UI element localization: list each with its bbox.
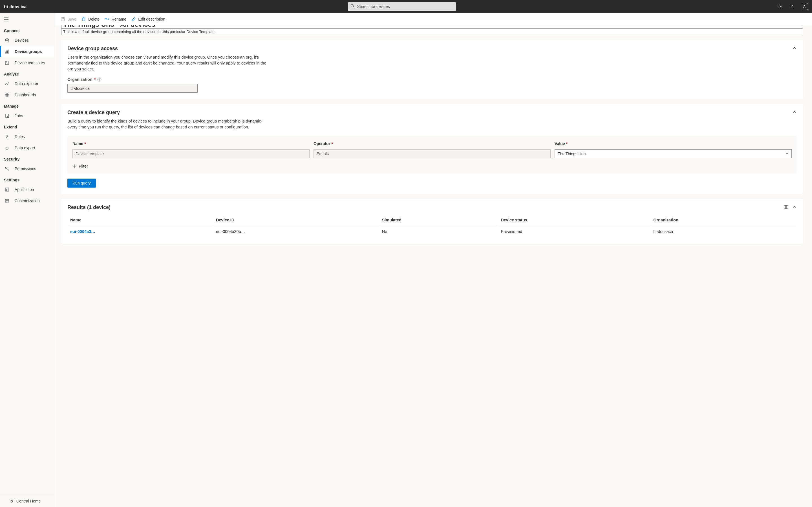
results-title: Results (1 device) (67, 205, 110, 210)
devices-icon (4, 38, 10, 43)
svg-line-1 (353, 7, 355, 8)
info-icon[interactable] (97, 77, 101, 82)
sidebar-item-customization[interactable]: Customization (0, 195, 54, 207)
svg-point-25 (6, 201, 7, 202)
application-icon (4, 187, 10, 192)
query-title: Create a device query (67, 110, 120, 115)
data-export-icon (4, 145, 10, 151)
sidebar-item-jobs[interactable]: Jobs (0, 110, 54, 121)
results-column-header[interactable]: Device status (499, 214, 651, 225)
global-search[interactable] (348, 2, 456, 11)
access-description: Users in the organization you choose can… (67, 54, 270, 72)
sidebar-item-label: Devices (15, 38, 29, 43)
query-value-select[interactable]: The Things Uno (555, 149, 792, 158)
sidebar-item-label: Permissions (15, 166, 36, 171)
required-marker: * (94, 77, 96, 82)
chevron-down-icon (785, 152, 789, 156)
sidebar-item-permissions[interactable]: Permissions (0, 163, 54, 174)
device-name-link[interactable]: eui-0004a3… (70, 229, 95, 234)
collapse-results-icon[interactable] (792, 205, 797, 210)
svg-point-7 (5, 39, 9, 42)
search-input[interactable] (357, 4, 453, 9)
sidebar-item-rules[interactable]: Rules (0, 131, 54, 142)
hamburger-icon[interactable] (0, 15, 54, 25)
svg-rect-16 (5, 95, 7, 97)
edit-description-button[interactable]: Edit description (132, 17, 165, 21)
table-row[interactable]: eui-0004a3…eui-0004a30b…NoProvisionedtti… (68, 226, 796, 237)
sidebar-footer-home[interactable]: IoT Central Home (0, 495, 54, 507)
query-card: Create a device query Build a query to i… (61, 104, 803, 194)
access-card: Device group access Users in the organiz… (61, 40, 803, 99)
svg-point-2 (779, 6, 780, 7)
results-column-header[interactable]: Name (68, 214, 213, 225)
query-name-label: Name (72, 142, 83, 146)
sidebar-item-device-groups[interactable]: Device groups (0, 46, 54, 57)
sidebar-item-data-explorer[interactable]: Data explorer (0, 78, 54, 89)
command-bar: Save Delete Rename Edit description (54, 13, 812, 25)
settings-icon[interactable] (777, 4, 783, 9)
sidebar-section-title: Analyze (0, 68, 54, 78)
permissions-icon (4, 166, 10, 171)
sidebar-item-dashboards[interactable]: Dashboards (0, 89, 54, 101)
organization-input: tti-docs-ica (67, 84, 198, 93)
sidebar-item-label: Device templates (15, 61, 45, 65)
rename-button[interactable]: Rename (105, 17, 126, 21)
svg-rect-18 (6, 114, 8, 117)
add-filter-button[interactable]: Filter (72, 164, 792, 168)
query-operator-label: Operator (313, 142, 330, 146)
query-description: Build a query to identify the kinds of d… (67, 118, 270, 130)
svg-point-26 (8, 201, 8, 202)
svg-rect-21 (5, 188, 9, 191)
delete-button[interactable]: Delete (82, 17, 100, 21)
svg-rect-9 (5, 52, 6, 53)
sidebar-item-label: Jobs (15, 114, 23, 118)
sidebar-footer-label: IoT Central Home (10, 499, 41, 503)
sidebar-item-label: Data explorer (15, 81, 38, 86)
svg-rect-36 (105, 18, 107, 20)
results-column-header[interactable]: Device ID (214, 214, 379, 225)
collapse-access-icon[interactable] (792, 46, 797, 51)
sidebar-section-title: Extend (0, 121, 54, 131)
run-query-button[interactable]: Run query (67, 179, 96, 187)
help-icon[interactable] (789, 4, 795, 9)
group-title-input[interactable]: The Things Uno - All devices (61, 25, 803, 29)
sidebar-section-title: Connect (0, 25, 54, 35)
column-options-icon[interactable] (784, 205, 788, 210)
sidebar-section-title: Settings (0, 174, 54, 184)
svg-point-0 (351, 4, 354, 7)
rules-icon (4, 134, 10, 139)
sidebar-item-devices[interactable]: Devices (0, 35, 54, 46)
sidebar-item-label: Rules (15, 134, 25, 139)
svg-rect-42 (784, 205, 788, 209)
sidebar-item-label: Dashboards (15, 93, 36, 97)
jobs-icon (4, 113, 10, 118)
sidebar-item-label: Application (15, 187, 34, 192)
sidebar-section-title: Security (0, 154, 54, 163)
svg-rect-31 (61, 17, 64, 21)
svg-rect-11 (8, 50, 9, 53)
save-button[interactable]: Save (61, 17, 77, 21)
org-label: Organization (67, 77, 93, 82)
group-description-input[interactable]: This is a default device group containin… (61, 29, 803, 35)
sidebar-item-application[interactable]: Application (0, 184, 54, 195)
templates-icon (4, 60, 10, 65)
collapse-query-icon[interactable] (792, 110, 797, 115)
sidebar-item-data-export[interactable]: Data export (0, 142, 54, 154)
app-title: tti-docs-ica (4, 4, 27, 9)
svg-point-3 (792, 8, 792, 8)
svg-point-39 (99, 78, 100, 79)
sidebar-item-label: Device groups (15, 49, 42, 54)
user-avatar[interactable]: A (801, 3, 808, 10)
search-icon (350, 4, 357, 9)
sidebar-item-device-templates[interactable]: Device templates (0, 57, 54, 68)
results-column-header[interactable]: Organization (651, 214, 796, 225)
query-operator-input[interactable]: Equals (313, 149, 551, 158)
svg-point-8 (6, 40, 8, 41)
device-groups-icon (4, 49, 10, 54)
results-column-header[interactable]: Simulated (380, 214, 498, 225)
customization-icon (4, 198, 10, 203)
query-name-input[interactable]: Device template (72, 149, 310, 158)
access-title: Device group access (67, 46, 118, 52)
svg-rect-17 (7, 95, 9, 97)
sidebar-item-label: Data export (15, 146, 35, 150)
